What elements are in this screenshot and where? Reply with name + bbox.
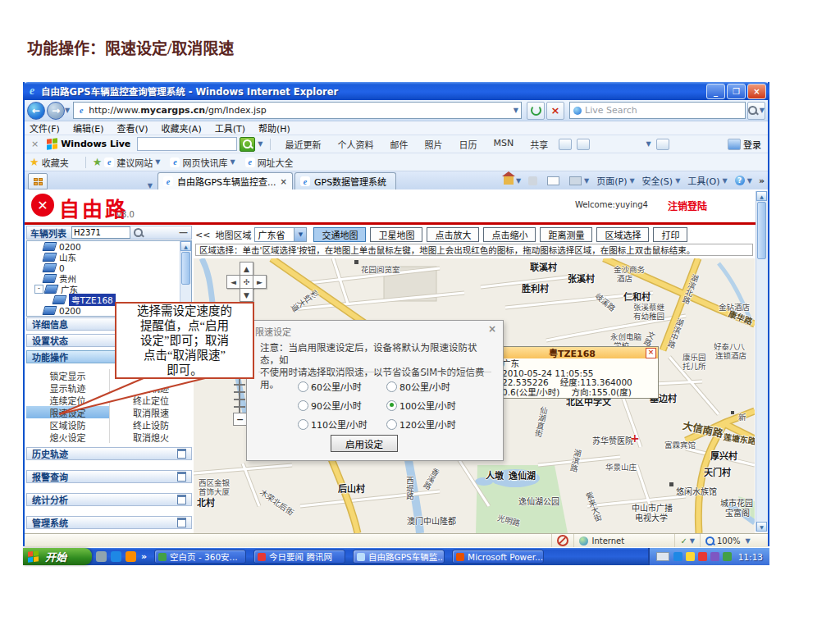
sidebar-section[interactable]: 历史轨迹 [26,447,192,460]
vehicle-search-icon[interactable] [134,228,143,237]
signin-button[interactable]: 登录 [743,138,761,151]
search-dropdown-icon[interactable]: ▼ [760,107,765,114]
quick-launch-icon[interactable] [126,551,136,562]
add-favorite-icon[interactable]: ★ [93,156,103,168]
search-go-button[interactable]: ▼ [747,102,765,120]
menu-item[interactable]: 文件(F) [30,121,60,135]
close-button[interactable]: × [747,84,766,99]
favorites-item-webslices[interactable]: e 网页快讯库▼ [170,156,235,169]
quick-launch-icon[interactable] [111,551,121,562]
function-item[interactable]: 熄火设定 [26,431,109,443]
people-icon[interactable] [656,139,669,150]
menu-item[interactable]: 编辑(E) [73,121,104,135]
live-search-field[interactable] [137,137,237,151]
scroll-up-icon[interactable]: ▲ [180,241,191,251]
history-dropdown-icon[interactable]: ▼ [65,107,70,114]
scroll-up-icon[interactable]: ▲ [756,191,767,201]
tree-item[interactable]: 0 [27,262,191,273]
live-link[interactable]: 日历 [459,138,477,151]
back-button[interactable]: ← [27,102,45,120]
page-scrollbar[interactable]: ▲ ▼ [756,191,768,532]
live-link[interactable]: 共享 [530,138,548,151]
radio-option[interactable]: 100公里/小时 [386,399,470,412]
radio-option[interactable]: 110公里/小时 [298,418,386,431]
menu-item[interactable]: 帮助(H) [258,121,290,135]
menu-item[interactable]: 查看(V) [116,121,148,135]
share-icon[interactable] [559,139,572,150]
mail-button[interactable] [547,176,562,185]
zoom-cell[interactable]: 100% ▼ [700,534,768,547]
pan-center-button[interactable]: ✣ [240,275,253,289]
refresh-button[interactable] [527,102,545,120]
radio-option[interactable]: 90公里/小时 [298,399,386,412]
live-link[interactable]: 个人资料 [338,138,374,151]
tray-icon[interactable] [686,552,695,561]
live-link[interactable]: MSN [494,138,514,151]
tray-icon[interactable] [698,552,707,561]
map-button[interactable]: 距离测量 [540,227,592,242]
map-button[interactable]: 卫星地图 [370,227,422,242]
function-item[interactable]: 取消限速 [109,406,192,418]
map-button[interactable]: 打印 [653,227,687,242]
function-item[interactable]: 取消轨迹 [109,381,192,394]
function-item[interactable]: 连续定位 [26,394,109,406]
tree-item[interactable]: 贵州 [27,273,191,284]
radio-option[interactable]: 60公里/小时 [298,380,386,393]
scroll-thumb[interactable] [181,252,190,285]
tray-icon[interactable] [710,552,719,561]
safety-menu[interactable]: 安全(S)▼ [642,174,681,187]
logout-link[interactable]: 注销登陆 [668,199,707,212]
more-tools-icon[interactable]: ▼ [646,140,651,148]
tree-item[interactable]: 0200 [27,241,191,252]
minimize-button[interactable]: _ [706,84,725,99]
feeds-button[interactable] [528,176,540,185]
forward-button[interactable]: → [47,102,65,120]
live-link[interactable]: 最近更新 [285,138,322,151]
tab-list-icon[interactable]: ▼ [148,182,153,189]
sidebar-section[interactable]: 统计分析 [26,493,192,506]
region-select[interactable]: 广东省 ▼ [254,227,307,242]
help-menu[interactable]: ?▼ [735,176,752,185]
function-item[interactable]: 锁定显示 [26,369,109,381]
map-button[interactable]: 点击放大 [427,227,479,242]
sidebar-section[interactable]: 报警查询 [26,470,192,483]
function-item[interactable]: 区域设防 [26,418,109,431]
menu-item[interactable]: 工具(T) [215,121,245,135]
url-field[interactable]: e http://www.mycargps.cn/gm/Index.jsp ▼ [73,102,522,119]
task-button[interactable]: 今日要闻 腾讯网 [253,550,345,564]
page-menu[interactable]: 页面(P)▼ [596,174,634,187]
pan-down-button[interactable]: ▼ [240,288,253,302]
live-search-options-icon[interactable]: ▼ [258,140,262,148]
favorites-item-suggested[interactable]: e 建议网站▼ [104,156,160,169]
restore-button[interactable]: ❐ [727,84,746,99]
quick-launch-icon[interactable] [96,551,107,562]
radio-option[interactable]: 80公里/小时 [386,380,470,393]
vehicle-search-input[interactable]: H2371 [71,226,130,239]
popup-close-icon[interactable]: × [646,348,656,358]
tab-close-icon[interactable]: × [281,177,287,186]
task-button[interactable]: 空白页 - 360安... [154,550,246,564]
tree-item[interactable]: 山东 [27,252,191,262]
quick-tabs-button[interactable] [28,173,48,189]
menu-item[interactable]: 收藏夹(A) [162,121,202,135]
radio-option[interactable]: 120公里/小时 [386,418,470,431]
dialog-close-icon[interactable]: × [488,323,496,335]
zoom-out-button[interactable]: − [233,413,247,426]
scroll-thumb[interactable] [757,202,766,259]
task-button[interactable]: 自由路GPS车辆监... [353,550,445,564]
map-button[interactable]: 交通地图 [313,227,366,242]
function-item[interactable]: 限速设定 [26,406,109,418]
live-link[interactable]: 邮件 [390,138,409,151]
photos-icon[interactable] [577,139,590,150]
tray-icon[interactable] [723,552,732,561]
favorites-item-sites[interactable]: e 网址大全 [245,156,294,169]
enable-setting-button[interactable]: 启用设定 [331,435,398,452]
scroll-down-icon[interactable]: ▼ [756,522,767,532]
collapse-sidebar-button[interactable]: << [195,230,210,240]
stop-button[interactable]: × [546,102,564,120]
favorites-star-icon[interactable]: ★ [30,156,39,168]
expander-icon[interactable]: - [34,285,43,294]
pan-left-button[interactable]: ◄ [226,275,240,289]
function-item[interactable]: 终止设防 [109,418,192,431]
start-button[interactable]: 开始 [23,548,92,565]
